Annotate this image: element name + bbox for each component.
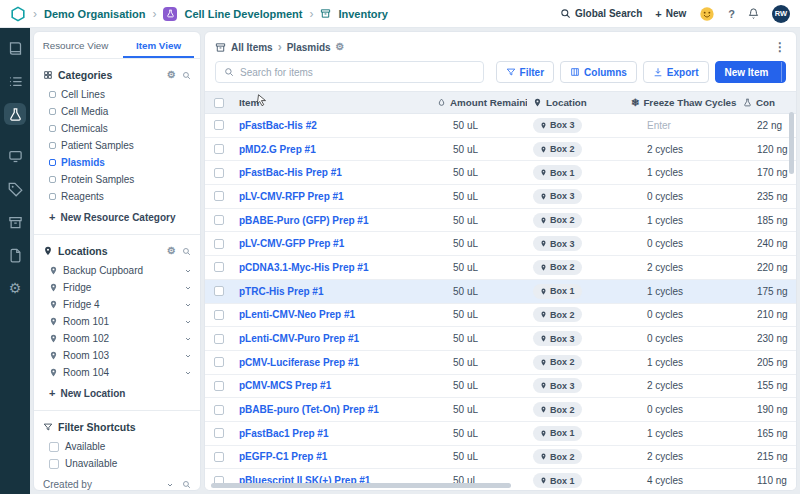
location-badge[interactable]: Box 3	[533, 331, 582, 346]
row-checkbox[interactable]	[214, 357, 224, 367]
column-header-item[interactable]: Item	[233, 97, 431, 108]
files-icon[interactable]	[4, 244, 26, 266]
breadcrumb-all-items[interactable]: All Items	[231, 42, 273, 53]
item-link[interactable]: pCMV-MCS Prep #1	[239, 380, 331, 391]
tags-icon[interactable]	[4, 178, 26, 200]
item-link[interactable]: pLenti-CMV-Neo Prep #1	[239, 309, 355, 320]
notifications-bell-icon[interactable]	[748, 8, 759, 19]
settings-gear-icon[interactable]: ⚙	[4, 277, 26, 299]
cycles-cell[interactable]: 1 cycles	[625, 428, 737, 439]
location-badge[interactable]: Box 3	[533, 118, 582, 133]
table-row[interactable]: pMD2.G Prep #1 50 uL Box 2 2 cycles 120 …	[205, 138, 796, 162]
breadcrumb-workspace[interactable]: Cell Line Development	[184, 8, 302, 20]
item-link[interactable]: pBABE-Puro (GFP) Prep #1	[239, 215, 368, 226]
location-badge[interactable]: Box 2	[533, 355, 582, 370]
locations-settings-gear-icon[interactable]: ⚙	[167, 246, 176, 256]
table-row[interactable]: pEGFP-C1 Prep #1 50 uL Box 2 2 cycles 21…	[205, 446, 796, 470]
location-item[interactable]: Room 101	[34, 313, 200, 330]
checkbox[interactable]	[49, 459, 59, 469]
category-item[interactable]: Chemicals	[34, 120, 200, 137]
location-badge[interactable]: Box 2	[533, 260, 582, 275]
table-row[interactable]: pLV-CMV-GFP Prep #1 50 uL Box 3 0 cycles…	[205, 232, 796, 256]
global-search-button[interactable]: Global Search	[560, 8, 642, 19]
location-item[interactable]: Backup Cupboard	[34, 262, 200, 279]
location-badge[interactable]: Box 2	[533, 449, 582, 464]
cycles-cell[interactable]: 1 cycles	[625, 286, 737, 297]
filter-button[interactable]: Filter	[496, 61, 554, 83]
cycles-cell[interactable]: 0 cycles	[625, 309, 737, 320]
item-link[interactable]: pLenti-CMV-Puro Prep #1	[239, 333, 359, 344]
cycles-cell[interactable]: 0 cycles	[625, 333, 737, 344]
filter-dropdown[interactable]: Created by	[34, 472, 200, 491]
category-item[interactable]: Plasmids	[34, 154, 200, 171]
table-row[interactable]: pFastBac1 Prep #1 50 uL Box 1 1 cycles 1…	[205, 422, 796, 446]
item-link[interactable]: pLV-CMV-GFP Prep #1	[239, 238, 344, 249]
categories-search-icon[interactable]	[182, 71, 191, 80]
location-badge[interactable]: Box 2	[533, 213, 582, 228]
location-item[interactable]: Room 102	[34, 330, 200, 347]
cycles-cell[interactable]: 1 cycles	[625, 357, 737, 368]
item-link[interactable]: pMD2.G Prep #1	[239, 144, 316, 155]
item-link[interactable]: pCMV-Luciferase Prep #1	[239, 357, 359, 368]
new-item-button[interactable]: New Item	[715, 61, 787, 83]
breadcrumb-organisation[interactable]: Demo Organisation	[44, 8, 145, 20]
cycles-cell[interactable]: 1 cycles	[625, 215, 737, 226]
chevron-down-icon[interactable]	[184, 335, 192, 343]
location-badge[interactable]: Box 1	[533, 426, 582, 441]
cycles-cell[interactable]: 0 cycles	[625, 238, 737, 249]
view-tab[interactable]: Resource View	[34, 32, 117, 58]
item-link[interactable]: pTRC-His Prep #1	[239, 286, 323, 297]
feedback-smiley-icon[interactable]	[699, 6, 715, 22]
table-row[interactable]: pBABE-Puro (GFP) Prep #1 50 uL Box 2 1 c…	[205, 209, 796, 233]
item-link[interactable]: pCDNA3.1-Myc-His Prep #1	[239, 262, 368, 273]
location-badge[interactable]: Box 2	[533, 402, 582, 417]
vertical-scrollbar-thumb[interactable]	[789, 112, 794, 174]
location-item[interactable]: Fridge 4	[34, 296, 200, 313]
locations-search-icon[interactable]	[182, 247, 191, 256]
horizontal-scrollbar-thumb[interactable]	[211, 483, 511, 488]
item-link[interactable]: pFastBac1 Prep #1	[239, 428, 329, 439]
location-badge[interactable]: Box 3	[533, 189, 582, 204]
select-all-checkbox[interactable]	[214, 98, 224, 108]
category-item[interactable]: Cell Media	[34, 103, 200, 120]
table-row[interactable]: pLenti-CMV-Puro Prep #1 50 uL Box 3 0 cy…	[205, 327, 796, 351]
row-checkbox[interactable]	[214, 310, 224, 320]
inventory-flask-icon[interactable]	[4, 103, 26, 125]
category-item[interactable]: Protein Samples	[34, 171, 200, 188]
new-item-dropdown-caret[interactable]	[781, 62, 786, 82]
table-row[interactable]: pCMV-Luciferase Prep #1 50 uL Box 2 1 cy…	[205, 351, 796, 375]
new-button[interactable]: + New	[655, 8, 686, 20]
app-logo-icon[interactable]	[10, 6, 26, 22]
checkbox[interactable]	[49, 442, 59, 452]
location-item[interactable]: Room 104	[34, 364, 200, 381]
help-button[interactable]: ?	[728, 8, 735, 20]
filter-checkbox-row[interactable]: Available	[34, 438, 200, 455]
item-link[interactable]: pBABE-puro (Tet-On) Prep #1	[239, 404, 379, 415]
table-row[interactable]: pCDNA3.1-Myc-His Prep #1 50 uL Box 2 2 c…	[205, 256, 796, 280]
row-checkbox[interactable]	[214, 191, 224, 201]
row-checkbox[interactable]	[214, 239, 224, 249]
chevron-down-icon[interactable]	[184, 318, 192, 326]
location-badge[interactable]: Box 3	[533, 378, 582, 393]
item-search[interactable]	[215, 61, 484, 83]
chevron-down-icon[interactable]	[184, 301, 192, 309]
row-checkbox[interactable]	[214, 144, 224, 154]
location-badge[interactable]: Box 2	[533, 307, 582, 322]
export-button[interactable]: Export	[643, 61, 709, 83]
column-header-concentration[interactable]: Con	[737, 97, 796, 108]
row-checkbox[interactable]	[214, 120, 224, 130]
column-header-amount[interactable]: Amount Remaining	[431, 97, 527, 108]
view-tab[interactable]: Item View	[117, 32, 200, 58]
location-item[interactable]: Room 103	[34, 347, 200, 364]
chevron-down-icon[interactable]	[184, 352, 192, 360]
location-item[interactable]: Fridge	[34, 279, 200, 296]
cycles-cell[interactable]: Enter	[625, 120, 737, 131]
location-badge[interactable]: Box 3	[533, 236, 582, 251]
row-checkbox[interactable]	[214, 334, 224, 344]
column-header-cycles[interactable]: ❄ Freeze Thaw Cycles	[625, 97, 737, 108]
cycles-cell[interactable]: 0 cycles	[625, 191, 737, 202]
chevron-down-icon[interactable]	[184, 369, 192, 377]
row-checkbox[interactable]	[214, 168, 224, 178]
more-options-kebab-icon[interactable]: ⋮	[774, 40, 786, 54]
category-item[interactable]: Cell Lines	[34, 86, 200, 103]
